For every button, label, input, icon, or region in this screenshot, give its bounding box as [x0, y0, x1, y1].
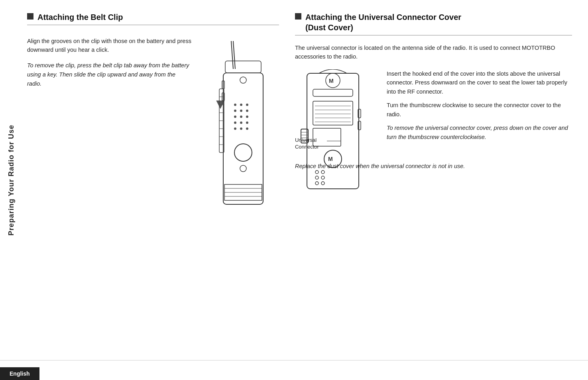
- connector-area: M: [295, 69, 572, 152]
- svg-point-19: [240, 77, 246, 83]
- right-body: The universal connector is located on th…: [295, 43, 572, 170]
- svg-rect-40: [313, 101, 353, 125]
- belt-clip-title: Attaching the Belt Clip: [37, 12, 123, 22]
- connector-cover-title: Attaching the Universal Connector Cover …: [305, 12, 461, 33]
- connector-label-area: Universal Connector: [295, 137, 343, 152]
- svg-text:M: M: [328, 156, 333, 162]
- intro-text: The universal connector is located on th…: [295, 43, 572, 61]
- svg-line-0: [231, 41, 233, 69]
- svg-point-23: [240, 165, 246, 172]
- svg-point-9: [246, 110, 248, 112]
- svg-point-4: [234, 104, 236, 106]
- svg-rect-2: [225, 61, 261, 73]
- instruction-2: Turn the thumbscrew clockwise to secure …: [387, 101, 572, 119]
- left-text-block: Align the grooves on the clip with those…: [27, 37, 191, 224]
- connector-svg: M: [295, 69, 379, 197]
- svg-point-58: [315, 176, 319, 179]
- svg-point-7: [234, 110, 236, 112]
- svg-point-59: [321, 176, 324, 179]
- instruction-4: Replace the dust cover when the universa…: [295, 162, 572, 170]
- connector-diagram-wrap: M: [295, 69, 379, 152]
- page-footer: English 4: [0, 360, 588, 380]
- svg-point-11: [240, 116, 242, 118]
- section-icon-left: [27, 13, 33, 20]
- svg-rect-36: [307, 73, 359, 189]
- belt-clip-normal-text: Align the grooves on the clip with those…: [27, 37, 191, 55]
- connector-instructions: Insert the hooked end of the cover into …: [387, 69, 572, 152]
- language-tab: English: [0, 367, 39, 380]
- svg-point-18: [246, 127, 248, 130]
- belt-clip-italic-text: To remove the clip, press the belt clip …: [27, 61, 191, 89]
- sidebar: Preparing Your Radio for Use: [0, 0, 19, 360]
- left-text-area: Align the grooves on the clip with those…: [27, 37, 279, 224]
- svg-line-1: [233, 41, 235, 69]
- main-content: Attaching the Belt Clip Align the groove…: [19, 0, 588, 360]
- right-column: Attaching the Universal Connector Cover …: [295, 12, 572, 348]
- belt-clip-diagram: ▼: [199, 37, 279, 224]
- svg-point-22: [234, 144, 252, 161]
- instruction-1: Insert the hooked end of the cover into …: [387, 69, 572, 96]
- connector-cover-header: Attaching the Universal Connector Cover …: [295, 12, 572, 33]
- svg-point-12: [246, 116, 248, 118]
- svg-text:M: M: [329, 78, 334, 84]
- svg-point-60: [315, 182, 319, 185]
- left-divider: [27, 25, 279, 25]
- instruction-3: To remove the universal connector cover,…: [387, 123, 572, 141]
- connector-label: Universal Connector: [295, 137, 327, 151]
- svg-point-56: [315, 170, 319, 174]
- belt-clip-svg: ▼: [201, 37, 277, 224]
- svg-point-10: [234, 116, 236, 118]
- svg-point-13: [234, 121, 236, 124]
- arrow-down-icon: ▼: [213, 96, 228, 112]
- belt-clip-header: Attaching the Belt Clip: [27, 12, 279, 22]
- svg-point-15: [246, 121, 248, 124]
- left-column: Attaching the Belt Clip Align the groove…: [27, 12, 279, 348]
- connector-arrow-svg: [327, 137, 343, 145]
- svg-rect-39: [313, 89, 353, 96]
- right-divider: [295, 35, 572, 35]
- sidebar-label: Preparing Your Radio for Use: [7, 125, 16, 235]
- svg-point-17: [240, 127, 242, 130]
- svg-point-16: [234, 127, 236, 130]
- language-label: English: [10, 370, 30, 377]
- section-icon-right: [295, 13, 301, 20]
- svg-point-8: [240, 110, 242, 112]
- svg-point-14: [240, 121, 242, 124]
- svg-point-57: [321, 170, 324, 174]
- svg-point-6: [246, 104, 248, 106]
- svg-point-5: [240, 104, 242, 106]
- svg-point-61: [321, 182, 324, 185]
- speaker-grille: [234, 104, 248, 130]
